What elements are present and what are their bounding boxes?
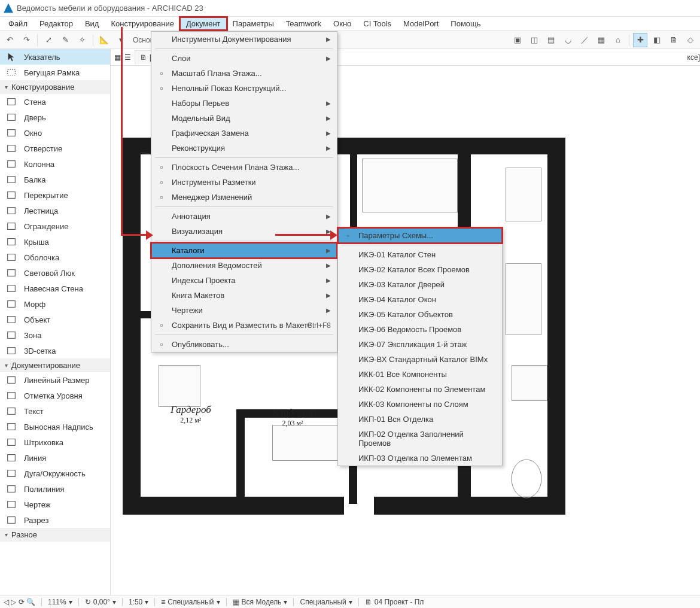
tool-Полилиния[interactable]: Полилиния — [0, 481, 110, 497]
publish-tool-icon[interactable]: ◇ — [683, 33, 698, 47]
tool-Окно[interactable]: Окно — [0, 125, 110, 141]
menu-item-Книга Макетов[interactable]: Книга Макетов▶ — [151, 288, 337, 303]
tool-Разрез[interactable]: Разрез — [0, 512, 110, 528]
submenu-item-ИКЭ-07 Экспликация 1-й этаж[interactable]: ИКЭ-07 Экспликация 1-й этаж — [338, 337, 502, 352]
layers-icon[interactable]: ◧ — [650, 33, 664, 47]
menu-item-Менеджер Изменений[interactable]: ▫Менеджер Изменений — [151, 190, 337, 205]
menu-редактор[interactable]: Редактор — [34, 17, 79, 30]
tab-grid-icon[interactable]: ▦ — [114, 53, 121, 62]
home-icon[interactable]: ⌂ — [611, 33, 625, 47]
toolbox-group-Документирование[interactable]: ▾Документирование — [0, 358, 110, 372]
menu-item-Реконструкция[interactable]: Реконструкция▶ — [151, 141, 337, 156]
sb-scale[interactable]: 1:50 ▾ — [129, 598, 148, 606]
menu-окно[interactable]: Окно — [327, 17, 357, 30]
menu-вид[interactable]: Вид — [79, 17, 105, 30]
menu-item-Индексы Проекта[interactable]: Индексы Проекта▶ — [151, 273, 337, 288]
submenu-item-ИКЭ-02 Каталог Всех Проемов[interactable]: ИКЭ-02 Каталог Всех Проемов — [338, 262, 502, 277]
undo-icon[interactable]: ↶ — [2, 33, 17, 47]
submenu-item-ИКП-02 Отделка Заполнений Проемов[interactable]: ИКП-02 Отделка Заполнений Проемов — [338, 427, 502, 451]
tool-Выносная Надпись[interactable]: Выносная Надпись — [0, 419, 110, 434]
menu-item-Графическая Замена[interactable]: Графическая Замена▶ — [151, 126, 337, 141]
cube-icon[interactable]: ▦ — [594, 33, 608, 47]
tool-Стена[interactable]: Стена — [0, 94, 110, 110]
tool-Навесная Стена[interactable]: Навесная Стена — [0, 281, 110, 296]
tool-Линия[interactable]: Линия — [0, 450, 110, 466]
sb-view[interactable]: ▦ Вся Модель ▾ — [233, 598, 288, 606]
sb-project[interactable]: 🗎 04 Проект - Пл — [365, 598, 424, 606]
tool-Ограждение[interactable]: Ограждение — [0, 218, 110, 234]
submenu-item-ИКЭ-01 Каталог Стен[interactable]: ИКЭ-01 Каталог Стен — [338, 247, 502, 262]
menu-документ[interactable]: Документ — [180, 17, 227, 30]
toolbox-group-Разное[interactable]: ▾Разное — [0, 528, 110, 542]
submenu-item-ИКЭ-03 Каталог Дверей[interactable]: ИКЭ-03 Каталог Дверей — [338, 277, 502, 292]
tool-Лестница[interactable]: Лестница — [0, 203, 110, 218]
tool-Оболочка[interactable]: Оболочка — [0, 250, 110, 265]
submenu-item-ИКЭ-06 Ведомость Проемов[interactable]: ИКЭ-06 Ведомость Проемов — [338, 322, 502, 337]
sb-special1[interactable]: ≡ Специальный ▾ — [161, 598, 220, 606]
menu-item-Плоскость Сечения Плана Этажа...[interactable]: ▫Плоскость Сечения Плана Этажа... — [151, 160, 337, 175]
elev-icon[interactable]: ▤ — [544, 33, 558, 47]
tool-Зона[interactable]: Зона — [0, 327, 110, 343]
menu-modelport[interactable]: ModelPort — [397, 17, 445, 30]
submenu-item-ИКК-02 Компоненты по Элементам[interactable]: ИКК-02 Компоненты по Элементам — [338, 382, 502, 397]
tool-Текст[interactable]: Текст — [0, 403, 110, 419]
menu-item-Неполный Показ Конструкций...[interactable]: ▫Неполный Показ Конструкций... — [151, 81, 337, 96]
menu-файл[interactable]: Файл — [2, 17, 34, 30]
tool-Балка[interactable]: Балка — [0, 172, 110, 187]
menu-item-Сохранить Вид и Разместить в Макете[interactable]: ▫Сохранить Вид и Разместить в МакетеCtrl… — [151, 318, 337, 333]
zoom-extents-icon[interactable]: ⤢ — [41, 33, 56, 47]
measure-icon[interactable]: ✎ — [58, 33, 72, 47]
menu-item-Аннотация[interactable]: Аннотация▶ — [151, 209, 337, 224]
menu-item-Слои[interactable]: Слои▶ — [151, 51, 337, 66]
submenu-item-ИКП-01 Вся Отделка[interactable]: ИКП-01 Вся Отделка — [338, 412, 502, 427]
submenu-item-Параметры Схемы...[interactable]: ▫Параметры Схемы... — [338, 228, 502, 243]
submenu-item-ИКП-03 Отделка по Элементам[interactable]: ИКП-03 Отделка по Элементам — [338, 451, 502, 466]
camera-icon[interactable]: ▣ — [510, 33, 525, 47]
menu-item-Дополнения Ведомостей[interactable]: Дополнения Ведомостей▶ — [151, 258, 337, 273]
redo-icon[interactable]: ↷ — [19, 33, 34, 47]
menu-item-Опубликовать...[interactable]: ▫Опубликовать... — [151, 337, 337, 352]
tool-Дуга/Окружность[interactable]: Дуга/Окружность — [0, 466, 110, 481]
menu-ci tools[interactable]: CI Tools — [357, 17, 397, 30]
menu-item-Инструменты Документирования[interactable]: Инструменты Документирования▶ — [151, 32, 337, 47]
submenu-item-ИКК-01 Все Компоненты[interactable]: ИКК-01 Все Компоненты — [338, 367, 502, 382]
tool-Линейный Размер[interactable]: Линейный Размер — [0, 372, 110, 388]
tool-Колонна[interactable]: Колонна — [0, 156, 110, 172]
submenu-item-ИКЭ-05 Каталог Объектов[interactable]: ИКЭ-05 Каталог Объектов — [338, 307, 502, 322]
line-tool-icon[interactable]: ／ — [577, 33, 592, 47]
tool-Дверь[interactable]: Дверь — [0, 110, 110, 125]
menu-item-Модельный Вид[interactable]: Модельный Вид▶ — [151, 111, 337, 126]
tool-Перекрытие[interactable]: Перекрытие — [0, 187, 110, 203]
arc-tool-icon[interactable]: ◡ — [561, 33, 575, 47]
menu-teamwork[interactable]: Teamwork — [280, 17, 327, 30]
submenu-item-ИКЭ-04 Каталог Окон[interactable]: ИКЭ-04 Каталог Окон — [338, 292, 502, 307]
tool-Крыша[interactable]: Крыша — [0, 234, 110, 250]
sb-zoom[interactable]: 111% ▾ — [48, 598, 72, 606]
menu-item-Инструменты Разметки[interactable]: ▫Инструменты Разметки — [151, 175, 337, 190]
sb-special2[interactable]: Специальный ▾ — [300, 598, 352, 606]
menu-item-Чертежи[interactable]: Чертежи▶ — [151, 303, 337, 318]
tool-Отметка Уровня[interactable]: Отметка Уровня — [0, 388, 110, 403]
tool-Бегущая Рамка[interactable]: Бегущая Рамка — [0, 65, 110, 80]
menu-параметры[interactable]: Параметры — [227, 17, 280, 30]
tab-list-icon[interactable]: ☰ — [124, 53, 131, 62]
toolbox-group-Конструирование[interactable]: ▾Конструирование — [0, 80, 110, 94]
tool-Объект[interactable]: Объект — [0, 312, 110, 327]
menu-помощь[interactable]: Помощь — [445, 17, 486, 30]
menu-item-Каталоги[interactable]: Каталоги▶ — [151, 243, 337, 258]
tool-Штриховка[interactable]: Штриховка — [0, 434, 110, 450]
tool-Отверстие[interactable]: Отверстие — [0, 141, 110, 156]
sb-angle[interactable]: ↻ 0,00° ▾ — [85, 598, 116, 606]
tool-Световой Люк[interactable]: Световой Люк — [0, 265, 110, 281]
menu-конструирование[interactable]: Конструирование — [105, 17, 179, 30]
wand-icon[interactable]: ✧ — [75, 33, 89, 47]
menu-item-Наборы Перьев[interactable]: Наборы Перьев▶ — [151, 96, 337, 111]
menu-item-Визуализация[interactable]: Визуализация▶ — [151, 224, 337, 239]
section-icon[interactable]: ◫ — [527, 33, 541, 47]
doc-icon[interactable]: 🗎 — [666, 33, 681, 47]
tool-Указатель[interactable]: Указатель — [0, 49, 110, 65]
submenu-item-ИКЭ-ВХ Стандартный Каталог BIMx[interactable]: ИКЭ-ВХ Стандартный Каталог BIMx — [338, 352, 502, 367]
ruler-icon[interactable]: 📐 — [97, 33, 111, 47]
sb-nav-icons[interactable]: ◁ ▷ ⟳ 🔍 — [4, 598, 35, 606]
tool-Чертеж[interactable]: Чертеж — [0, 497, 110, 512]
